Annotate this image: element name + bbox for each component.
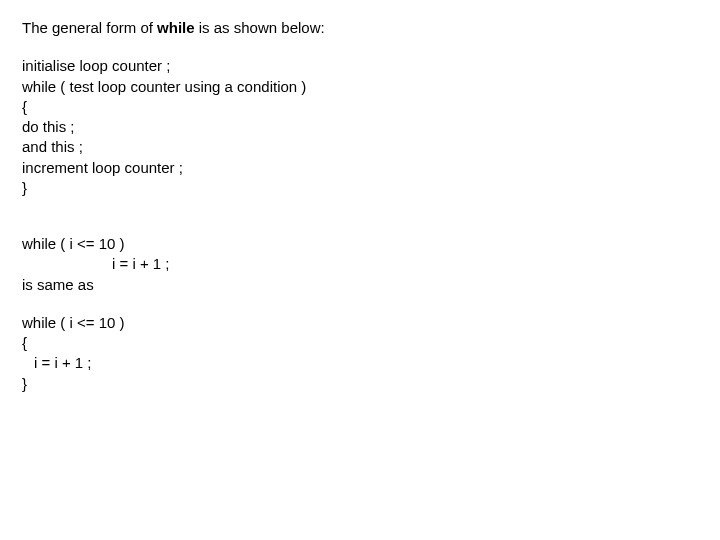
example2-line: } — [22, 374, 698, 394]
example1-block: while ( i <= 10 ) i = i + 1 ; is same as — [22, 234, 698, 295]
pseudo-line: do this ; — [22, 117, 698, 137]
spacer — [22, 216, 698, 234]
example2-line: while ( i <= 10 ) — [22, 313, 698, 333]
intro-suffix: is as shown below: — [195, 19, 325, 36]
pseudo-line: while ( test loop counter using a condit… — [22, 77, 698, 97]
pseudo-line: initialise loop counter ; — [22, 56, 698, 76]
intro-line: The general form of while is as shown be… — [22, 18, 698, 38]
pseudo-line: increment loop counter ; — [22, 158, 698, 178]
pseudo-line: } — [22, 178, 698, 198]
example1-line: while ( i <= 10 ) — [22, 234, 698, 254]
example1-note: is same as — [22, 275, 698, 295]
pseudocode-block: initialise loop counter ; while ( test l… — [22, 56, 698, 198]
example2-block: while ( i <= 10 ) { i = i + 1 ; } — [22, 313, 698, 394]
pseudo-line: and this ; — [22, 137, 698, 157]
example1-line: i = i + 1 ; — [22, 254, 698, 274]
pseudo-line: { — [22, 97, 698, 117]
example2-line: { — [22, 333, 698, 353]
intro-keyword: while — [157, 19, 195, 36]
example2-line: i = i + 1 ; — [22, 353, 698, 373]
intro-prefix: The general form of — [22, 19, 157, 36]
